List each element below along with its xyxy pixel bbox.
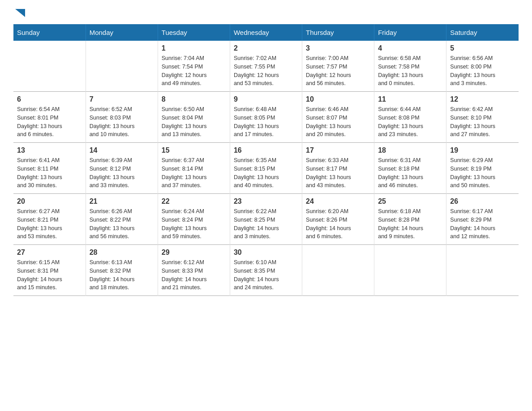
calendar-cell: 25Sunrise: 6:18 AM Sunset: 8:28 PM Dayli… <box>374 194 446 245</box>
calendar-cell: 4Sunrise: 6:58 AM Sunset: 7:58 PM Daylig… <box>374 41 446 92</box>
day-number: 28 <box>90 248 154 257</box>
day-info: Sunrise: 6:20 AM Sunset: 8:26 PM Dayligh… <box>306 207 370 241</box>
calendar-cell: 15Sunrise: 6:37 AM Sunset: 8:14 PM Dayli… <box>158 143 230 194</box>
day-info: Sunrise: 6:46 AM Sunset: 8:07 PM Dayligh… <box>306 105 370 139</box>
day-number: 21 <box>90 197 154 206</box>
calendar-cell: 9Sunrise: 6:48 AM Sunset: 8:05 PM Daylig… <box>230 92 302 143</box>
calendar-cell <box>302 245 374 296</box>
day-number: 20 <box>17 197 82 206</box>
day-number: 11 <box>378 95 442 103</box>
day-info: Sunrise: 6:13 AM Sunset: 8:32 PM Dayligh… <box>90 258 154 292</box>
calendar-cell: 7Sunrise: 6:52 AM Sunset: 8:03 PM Daylig… <box>86 92 158 143</box>
calendar-cell: 6Sunrise: 6:54 AM Sunset: 8:01 PM Daylig… <box>13 92 86 143</box>
day-info: Sunrise: 6:41 AM Sunset: 8:11 PM Dayligh… <box>17 156 82 190</box>
day-number: 23 <box>234 197 298 206</box>
calendar-cell: 30Sunrise: 6:10 AM Sunset: 8:35 PM Dayli… <box>230 245 302 296</box>
day-number: 30 <box>234 248 298 257</box>
day-number: 29 <box>162 248 226 257</box>
calendar-header-saturday: Saturday <box>446 24 519 41</box>
day-number: 18 <box>378 146 442 154</box>
day-info: Sunrise: 7:04 AM Sunset: 7:54 PM Dayligh… <box>162 54 226 88</box>
calendar-cell: 27Sunrise: 6:15 AM Sunset: 8:31 PM Dayli… <box>13 245 86 296</box>
day-info: Sunrise: 6:52 AM Sunset: 8:03 PM Dayligh… <box>90 105 154 139</box>
calendar-cell: 10Sunrise: 6:46 AM Sunset: 8:07 PM Dayli… <box>302 92 374 143</box>
calendar-cell: 20Sunrise: 6:27 AM Sunset: 8:21 PM Dayli… <box>13 194 86 245</box>
day-info: Sunrise: 6:54 AM Sunset: 8:01 PM Dayligh… <box>17 105 82 139</box>
calendar-cell <box>374 245 446 296</box>
calendar-cell: 19Sunrise: 6:29 AM Sunset: 8:19 PM Dayli… <box>446 143 519 194</box>
calendar-cell: 11Sunrise: 6:44 AM Sunset: 8:08 PM Dayli… <box>374 92 446 143</box>
day-info: Sunrise: 6:42 AM Sunset: 8:10 PM Dayligh… <box>450 105 515 139</box>
calendar-cell: 2Sunrise: 7:02 AM Sunset: 7:55 PM Daylig… <box>230 41 302 92</box>
day-info: Sunrise: 6:29 AM Sunset: 8:19 PM Dayligh… <box>450 156 515 190</box>
day-info: Sunrise: 6:10 AM Sunset: 8:35 PM Dayligh… <box>234 258 298 292</box>
day-number: 6 <box>17 95 82 103</box>
day-info: Sunrise: 6:17 AM Sunset: 8:29 PM Dayligh… <box>450 207 515 241</box>
day-number: 15 <box>162 146 226 154</box>
day-info: Sunrise: 6:37 AM Sunset: 8:14 PM Dayligh… <box>162 156 226 190</box>
calendar-cell <box>446 245 519 296</box>
calendar-cell: 3Sunrise: 7:00 AM Sunset: 7:57 PM Daylig… <box>302 41 374 92</box>
day-info: Sunrise: 6:39 AM Sunset: 8:12 PM Dayligh… <box>90 156 154 190</box>
calendar-week-row: 6Sunrise: 6:54 AM Sunset: 8:01 PM Daylig… <box>13 92 519 143</box>
calendar-table: SundayMondayTuesdayWednesdayThursdayFrid… <box>13 24 519 296</box>
day-number: 17 <box>306 146 370 154</box>
day-info: Sunrise: 6:33 AM Sunset: 8:17 PM Dayligh… <box>306 156 370 190</box>
day-number: 5 <box>450 44 515 52</box>
day-info: Sunrise: 6:31 AM Sunset: 8:18 PM Dayligh… <box>378 156 442 190</box>
calendar-cell <box>86 41 158 92</box>
calendar-cell: 5Sunrise: 6:56 AM Sunset: 8:00 PM Daylig… <box>446 41 519 92</box>
day-number: 9 <box>234 95 298 103</box>
day-number: 1 <box>162 44 226 52</box>
calendar-cell: 16Sunrise: 6:35 AM Sunset: 8:15 PM Dayli… <box>230 143 302 194</box>
calendar-header-monday: Monday <box>86 24 158 41</box>
day-number: 14 <box>90 146 154 154</box>
calendar-header-friday: Friday <box>374 24 446 41</box>
day-number: 27 <box>17 248 82 257</box>
day-info: Sunrise: 7:00 AM Sunset: 7:57 PM Dayligh… <box>306 54 370 88</box>
page-header <box>13 9 519 15</box>
calendar-cell: 17Sunrise: 6:33 AM Sunset: 8:17 PM Dayli… <box>302 143 374 194</box>
calendar-header-tuesday: Tuesday <box>158 24 230 41</box>
day-info: Sunrise: 6:27 AM Sunset: 8:21 PM Dayligh… <box>17 207 82 241</box>
calendar-week-row: 13Sunrise: 6:41 AM Sunset: 8:11 PM Dayli… <box>13 143 519 194</box>
calendar-cell: 13Sunrise: 6:41 AM Sunset: 8:11 PM Dayli… <box>13 143 86 194</box>
day-info: Sunrise: 6:35 AM Sunset: 8:15 PM Dayligh… <box>234 156 298 190</box>
day-number: 25 <box>378 197 442 206</box>
day-number: 16 <box>234 146 298 154</box>
day-info: Sunrise: 6:22 AM Sunset: 8:25 PM Dayligh… <box>234 207 298 241</box>
day-info: Sunrise: 6:12 AM Sunset: 8:33 PM Dayligh… <box>162 258 226 292</box>
day-number: 22 <box>162 197 226 206</box>
day-number: 2 <box>234 44 298 52</box>
day-number: 7 <box>90 95 154 103</box>
day-number: 26 <box>450 197 515 206</box>
svg-marker-0 <box>15 9 25 17</box>
day-number: 10 <box>306 95 370 103</box>
logo <box>13 9 25 15</box>
day-info: Sunrise: 7:02 AM Sunset: 7:55 PM Dayligh… <box>234 54 298 88</box>
day-info: Sunrise: 6:44 AM Sunset: 8:08 PM Dayligh… <box>378 105 442 139</box>
calendar-cell: 12Sunrise: 6:42 AM Sunset: 8:10 PM Dayli… <box>446 92 519 143</box>
calendar-cell: 23Sunrise: 6:22 AM Sunset: 8:25 PM Dayli… <box>230 194 302 245</box>
calendar-cell: 18Sunrise: 6:31 AM Sunset: 8:18 PM Dayli… <box>374 143 446 194</box>
calendar-cell: 22Sunrise: 6:24 AM Sunset: 8:24 PM Dayli… <box>158 194 230 245</box>
day-info: Sunrise: 6:26 AM Sunset: 8:22 PM Dayligh… <box>90 207 154 241</box>
calendar-header-thursday: Thursday <box>302 24 374 41</box>
calendar-week-row: 27Sunrise: 6:15 AM Sunset: 8:31 PM Dayli… <box>13 245 519 296</box>
day-info: Sunrise: 6:48 AM Sunset: 8:05 PM Dayligh… <box>234 105 298 139</box>
day-info: Sunrise: 6:24 AM Sunset: 8:24 PM Dayligh… <box>162 207 226 241</box>
calendar-cell: 14Sunrise: 6:39 AM Sunset: 8:12 PM Dayli… <box>86 143 158 194</box>
day-info: Sunrise: 6:56 AM Sunset: 8:00 PM Dayligh… <box>450 54 515 88</box>
logo-arrow-icon <box>15 9 25 17</box>
day-info: Sunrise: 6:50 AM Sunset: 8:04 PM Dayligh… <box>162 105 226 139</box>
calendar-cell: 8Sunrise: 6:50 AM Sunset: 8:04 PM Daylig… <box>158 92 230 143</box>
day-number: 4 <box>378 44 442 52</box>
calendar-cell: 29Sunrise: 6:12 AM Sunset: 8:33 PM Dayli… <box>158 245 230 296</box>
day-info: Sunrise: 6:58 AM Sunset: 7:58 PM Dayligh… <box>378 54 442 88</box>
calendar-cell: 28Sunrise: 6:13 AM Sunset: 8:32 PM Dayli… <box>86 245 158 296</box>
calendar-week-row: 20Sunrise: 6:27 AM Sunset: 8:21 PM Dayli… <box>13 194 519 245</box>
calendar-header-row: SundayMondayTuesdayWednesdayThursdayFrid… <box>13 24 519 41</box>
calendar-cell <box>13 41 86 92</box>
calendar-cell: 1Sunrise: 7:04 AM Sunset: 7:54 PM Daylig… <box>158 41 230 92</box>
day-number: 12 <box>450 95 515 103</box>
